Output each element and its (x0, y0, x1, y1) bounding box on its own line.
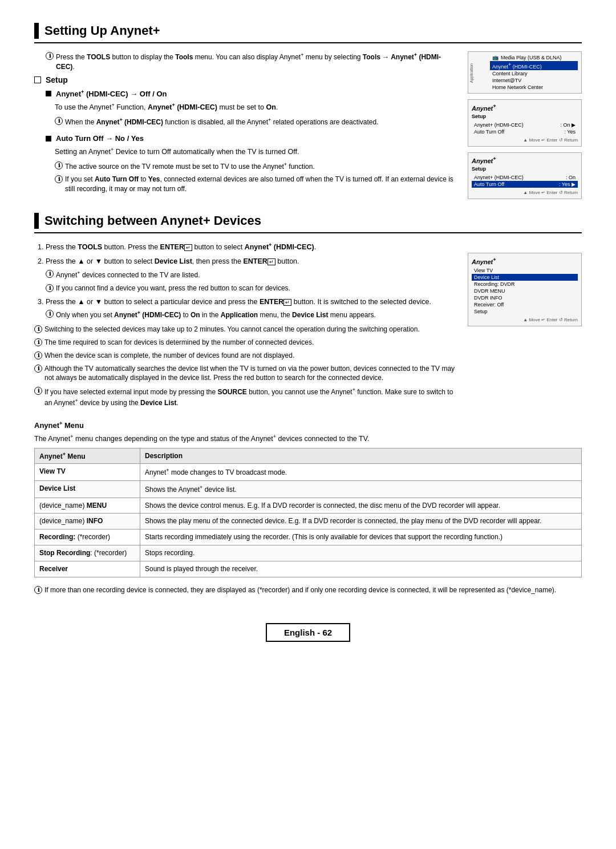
anynet-menu-section: Anynet+ Menu The Anynet+ menu changes de… (34, 421, 582, 595)
section1-header: Setting Up Anynet+ (34, 23, 582, 43)
tv-app-item-1: 📺 Media Play (USB & DLNA) (490, 54, 578, 61)
tv-device-item-4: DVDR MENU (472, 288, 578, 294)
section2-title: Switching between Anynet+ Devices (44, 213, 261, 228)
extra-note3-text: When the device scan is complete, the nu… (44, 351, 456, 361)
step2-note1: ℹ Anynet+ devices connected to the TV ar… (46, 269, 456, 280)
table-header-desc: Description (140, 448, 582, 463)
section2-header: Switching between Anynet+ Devices (34, 213, 582, 233)
black-square-sub1 (46, 91, 51, 96)
tv-setup1: Anynet+ Setup Anynet+ (HDMI-CEC): On ▶ A… (468, 99, 582, 147)
step2-note2: ℹ If you cannot find a device you want, … (46, 284, 456, 293)
tv-device-item-1: View TV (472, 267, 578, 274)
table-row: Stop Recording: (*recorder) Stops record… (35, 545, 582, 561)
tv-app-item-5: Home Network Center (490, 84, 578, 91)
step2-note1-text: Anynet+ devices connected to the TV are … (56, 269, 456, 280)
table-cell-menu-7: Receiver (35, 561, 140, 577)
extra-note4-text: Although the TV automatically searches t… (44, 364, 456, 383)
table-cell-menu-2: Device List (35, 480, 140, 498)
sub1-note: ℹ When the Anynet+ (HDMI-CEC) function i… (55, 116, 456, 127)
step2: Press the ▲ or ▼ button to select Device… (46, 256, 456, 293)
tv-device-item-7: Setup (472, 308, 578, 315)
table-cell-menu-4: (device_name) INFO (35, 514, 140, 529)
tv-device-item-6: Receiver: Off (472, 301, 578, 308)
section2-sidebar: Anynet+ View TV Device List Recording: D… (468, 241, 582, 411)
tv-app-item-2: Anynet+ (HDMI-CEC) (490, 61, 578, 70)
sub1-heading: Anynet+ (HDMI-CEC) → Off / On (56, 89, 167, 98)
setup-header: Setup (34, 75, 456, 84)
tv-app-item-3: Content Library (490, 70, 578, 77)
table-footer-note: ℹ If more than one recording device is c… (34, 585, 582, 595)
tv-device-item-2: Device List (472, 274, 578, 281)
tv-setup1-footer: ▲ Move ↵ Enter ↺ Return (472, 138, 578, 143)
black-square-sub2 (46, 136, 51, 142)
table-cell-menu-3: (device_name) MENU (35, 498, 140, 514)
info-icon-sub2-2: ℹ (55, 175, 63, 183)
section2-main: Press the TOOLS button. Press the ENTER↵… (34, 241, 456, 411)
sub2-heading: Auto Turn Off → No / Yes (56, 134, 144, 143)
table-header-menu: Anynet+ Menu (35, 448, 140, 463)
tv-setup2-footer: ▲ Move ↵ Enter ↺ Return (472, 190, 578, 195)
tv-app-item-4: Internet@TV (490, 77, 578, 84)
extra-note2-text: The time required to scan for devices is… (44, 338, 456, 347)
anynet-menu-header-row: Anynet+ Menu (34, 421, 582, 430)
step2-note2-text: If you cannot find a device you want, pr… (56, 284, 456, 293)
section2-content: Press the TOOLS button. Press the ENTER↵… (34, 241, 582, 411)
step3-note1: ℹ Only when you set Anynet+ (HDMI-CEC) t… (46, 309, 456, 320)
table-cell-desc-6: Stops recording. (140, 545, 582, 561)
section1-content: ℹ Press the TOOLS button to display the … (34, 51, 582, 199)
info-icon-step2-1: ℹ (46, 270, 54, 278)
steps-list: Press the TOOLS button. Press the ENTER↵… (46, 241, 456, 320)
tv-app-menu: Application 📺 Media Play (USB & DLNA) An… (468, 51, 582, 94)
info-icon-extra2: ℹ (34, 338, 42, 346)
section2: Switching between Anynet+ Devices Press … (34, 213, 582, 595)
info-icon-step3-1: ℹ (46, 310, 54, 318)
table-cell-desc-4: Shows the play menu of the connected dev… (140, 514, 582, 529)
sub1-note-text: When the Anynet+ (HDMI-CEC) function is … (65, 116, 456, 127)
anynet-menu-desc: The Anynet+ menu changes depending on th… (34, 433, 582, 444)
table-cell-menu-1: View TV (35, 463, 140, 480)
section1-intro-note: ℹ Press the TOOLS button to display the … (46, 51, 456, 72)
table-cell-desc-5: Starts recording immediately using the r… (140, 529, 582, 545)
extra-note2: ℹ The time required to scan for devices … (34, 338, 456, 347)
table-cell-menu-5: Recording: (*recorder) (35, 529, 140, 545)
section1-title: Setting Up Anynet+ (44, 23, 160, 38)
table-cell-desc-1: Anynet+ mode changes to TV broadcast mod… (140, 463, 582, 480)
section2-bar (34, 213, 39, 229)
info-icon-sub1: ℹ (55, 117, 63, 125)
info-icon-table-footer: ℹ (34, 586, 42, 594)
tv-app-side-label: Application (469, 63, 473, 83)
sub2-note1: ℹ The active source on the TV remote mus… (55, 161, 456, 172)
setup-label: Setup (46, 75, 68, 84)
section1-intro-text: Press the TOOLS button to display the To… (56, 51, 456, 72)
anynet-menu-table: Anynet+ Menu Description View TV Anynet+… (34, 448, 582, 577)
tv-setup2-row2: Auto Turn Off: Yes ▶ (472, 181, 578, 188)
tv-device-list: Anynet+ View TV Device List Recording: D… (468, 253, 582, 326)
table-cell-desc-7: Sound is played through the receiver. (140, 561, 582, 577)
table-cell-desc-2: Shows the Anynet+ device list. (140, 480, 582, 498)
section1-main: ℹ Press the TOOLS button to display the … (34, 51, 456, 199)
tv-setup2-brand: Anynet+ (472, 156, 578, 165)
section1-sidebar: Application 📺 Media Play (USB & DLNA) An… (468, 51, 582, 199)
checkbox-setup (34, 76, 41, 83)
sub1-header-row: Anynet+ (HDMI-CEC) → Off / On (46, 89, 456, 98)
section1: Setting Up Anynet+ ℹ Press the TOOLS but… (34, 23, 582, 199)
extra-note5-text: If you have selected external input mode… (44, 386, 456, 408)
tv-device-footer: ▲ Move ↵ Enter ↺ Return (472, 317, 578, 322)
table-row: (device_name) MENU Shows the device cont… (35, 498, 582, 514)
table-row: View TV Anynet+ mode changes to TV broad… (35, 463, 582, 480)
info-icon-extra3: ℹ (34, 351, 42, 359)
sub1-body: To use the Anynet+ Function, Anynet+ (HD… (55, 102, 456, 113)
extra-note5: ℹ If you have selected external input mo… (34, 386, 456, 408)
info-icon-step2-2: ℹ (46, 284, 54, 292)
sub2-body: Setting an Anynet+ Device to turn Off au… (55, 146, 456, 157)
table-row: Receiver Sound is played through the rec… (35, 561, 582, 577)
page-footer: English - 62 (34, 617, 582, 648)
tv-setup1-row1: Anynet+ (HDMI-CEC): On ▶ (472, 122, 578, 128)
info-icon-extra4: ℹ (34, 365, 42, 373)
tv-setup1-row2: Auto Turn Off: Yes (472, 128, 578, 135)
page-footer-label: English - 62 (284, 628, 332, 637)
table-cell-menu-6: Stop Recording: (*recorder) (35, 545, 140, 561)
sub2-note1-text: The active source on the TV remote must … (65, 161, 456, 172)
table-cell-desc-3: Shows the device control menus. E.g. If … (140, 498, 582, 514)
step3: Press the ▲ or ▼ button to select a part… (46, 297, 456, 321)
